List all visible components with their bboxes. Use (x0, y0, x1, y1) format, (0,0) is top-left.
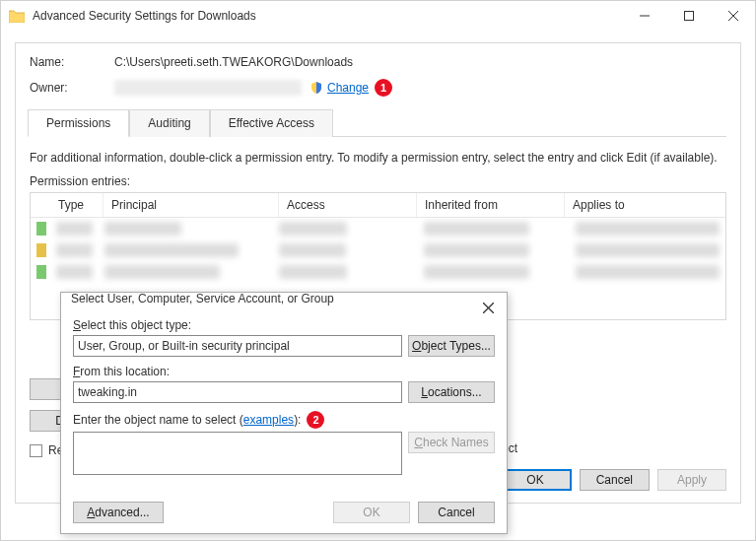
location-label: From this location: (73, 365, 495, 378)
window-controls (622, 1, 755, 31)
close-button[interactable] (711, 1, 755, 31)
col-type[interactable]: Type (50, 193, 103, 217)
annotation-2: 2 (307, 411, 324, 429)
col-access[interactable]: Access (279, 193, 417, 217)
ok-button[interactable]: OK (499, 469, 571, 491)
object-types-button[interactable]: Object Types... (408, 335, 495, 357)
table-row[interactable] (31, 261, 725, 283)
replace-checkbox[interactable] (30, 444, 42, 457)
svg-rect-1 (684, 12, 693, 21)
footer-buttons: OK Cancel Apply (499, 469, 726, 491)
col-inherited[interactable]: Inherited from (417, 193, 565, 217)
titlebar: Advanced Security Settings for Downloads (1, 1, 755, 31)
object-name-label: Enter the object name to select (example… (73, 411, 495, 429)
object-type-group: Select this object type: User, Group, or… (73, 318, 495, 357)
cancel-button[interactable]: Cancel (580, 469, 650, 491)
annotation-1: 1 (375, 79, 392, 97)
folder-icon (9, 9, 25, 23)
permission-entries-label: Permission entries: (30, 174, 726, 188)
location-field[interactable]: tweaking.in (73, 381, 402, 403)
info-text: For additional information, double-click… (30, 151, 726, 165)
name-row: Name: C:\Users\preeti.seth.TWEAKORG\Down… (30, 55, 726, 69)
apply-button: Apply (657, 469, 726, 491)
examples-link[interactable]: examples (243, 413, 294, 427)
name-value: C:\Users\preeti.seth.TWEAKORG\Downloads (114, 55, 353, 69)
tab-auditing[interactable]: Auditing (129, 109, 209, 137)
object-name-input[interactable] (73, 432, 402, 475)
locations-button[interactable]: Locations... (408, 381, 495, 403)
location-group: From this location: tweaking.in Location… (73, 365, 495, 403)
owner-label: Owner: (30, 81, 114, 95)
tab-effective-access[interactable]: Effective Access (210, 109, 333, 137)
maximize-button[interactable] (666, 1, 711, 31)
owner-row: Owner: Change 1 (30, 79, 726, 97)
minimize-button[interactable] (622, 1, 666, 31)
dialog-title: Select User, Computer, Service Account, … (61, 293, 507, 314)
window-title: Advanced Security Settings for Downloads (33, 9, 622, 23)
object-type-label: Select this object type: (73, 318, 495, 332)
advanced-button[interactable]: Advanced... (73, 502, 164, 523)
owner-value-redacted (114, 80, 302, 96)
dialog-body: Select this object type: User, Group, or… (61, 314, 507, 493)
col-applies[interactable]: Applies to (565, 193, 725, 217)
object-type-field[interactable]: User, Group, or Built-in security princi… (73, 335, 402, 357)
check-names-button: Check Names (408, 432, 495, 453)
select-user-dialog: Select User, Computer, Service Account, … (60, 292, 508, 534)
col-blank (31, 193, 50, 217)
table-row[interactable] (31, 218, 725, 239)
name-label: Name: (30, 55, 114, 69)
col-principal[interactable]: Principal (103, 193, 279, 217)
permission-table-body (31, 218, 725, 283)
object-name-group: Enter the object name to select (example… (73, 411, 495, 475)
dialog-cancel-button[interactable]: Cancel (418, 502, 495, 523)
shield-icon (309, 81, 323, 95)
change-owner-link[interactable]: Change (327, 81, 369, 95)
dialog-footer: OK Cancel (333, 502, 495, 523)
table-row[interactable] (31, 239, 725, 261)
permission-table-header: Type Principal Access Inherited from App… (31, 193, 725, 218)
dialog-close-button[interactable] (475, 297, 501, 318)
dialog-ok-button: OK (333, 502, 410, 523)
tabs: Permissions Auditing Effective Access (28, 108, 726, 137)
tab-permissions[interactable]: Permissions (28, 109, 129, 137)
